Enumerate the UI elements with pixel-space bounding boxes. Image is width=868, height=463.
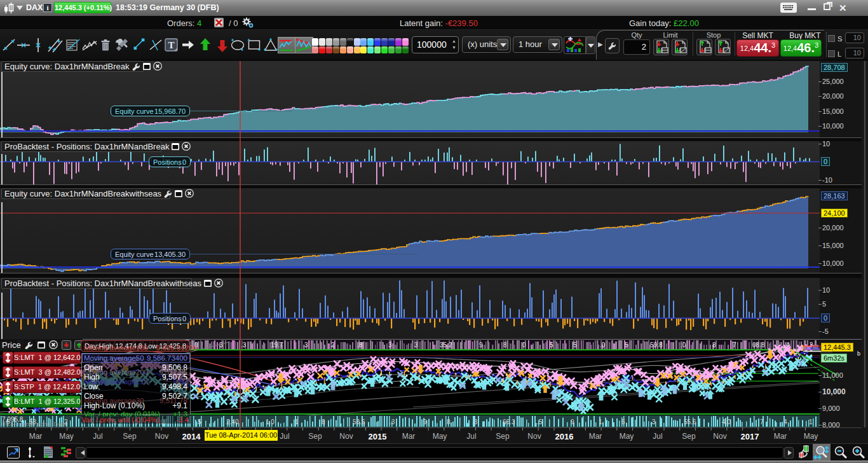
svg-text:.3: .3 [472, 418, 478, 425]
svg-text:.3: .3 [390, 418, 395, 425]
svg-text:7: 7 [760, 418, 764, 425]
svg-text:3: 3 [414, 342, 418, 349]
svg-text:5: 5 [550, 342, 553, 349]
svg-text:0: 0 [522, 342, 526, 349]
svg-text:35.2: 35.2 [440, 342, 452, 349]
svg-text:6: 6 [621, 418, 625, 425]
svg-text:66.3: 66.3 [503, 418, 515, 425]
svg-text:9: 9 [571, 418, 574, 425]
svg-text:08.8: 08.8 [752, 342, 765, 349]
svg-text:5: 5 [198, 418, 201, 425]
svg-text:.3: .3 [241, 342, 247, 349]
svg-text:3: 3 [388, 342, 392, 349]
svg-text:19.7: 19.7 [271, 342, 283, 349]
svg-text:1: 1 [295, 418, 299, 425]
svg-text:8: 8 [712, 342, 716, 349]
svg-text:1.0: 1.0 [266, 418, 275, 425]
svg-text:2.40: 2.40 [226, 418, 239, 425]
svg-text:.8: .8 [357, 342, 363, 349]
svg-text:3: 3 [304, 342, 308, 349]
svg-text:8: 8 [503, 342, 507, 349]
svg-text:4: 4 [783, 418, 787, 425]
svg-text:1: 1 [599, 418, 602, 425]
svg-text:.3: .3 [650, 418, 656, 425]
svg-text:.0: .0 [681, 342, 686, 349]
svg-text:9: 9 [423, 418, 427, 425]
svg-text:55.6: 55.6 [684, 418, 696, 425]
svg-text:7: 7 [733, 342, 736, 349]
svg-text:58.6: 58.6 [353, 418, 365, 425]
svg-text:9: 9 [479, 342, 483, 349]
svg-text:3: 3 [219, 342, 223, 349]
svg-text:5: 5 [625, 342, 628, 349]
svg-text:4.0: 4.0 [722, 418, 731, 425]
svg-text:.5: .5 [537, 418, 543, 425]
svg-text:2: 2 [331, 342, 335, 349]
svg-text:1: 1 [809, 418, 813, 425]
svg-text:.0: .0 [600, 342, 606, 349]
svg-text:8: 8 [322, 418, 325, 425]
svg-text:5: 5 [573, 342, 577, 349]
svg-text:8: 8 [447, 418, 451, 425]
svg-text:59.8: 59.8 [650, 342, 663, 349]
